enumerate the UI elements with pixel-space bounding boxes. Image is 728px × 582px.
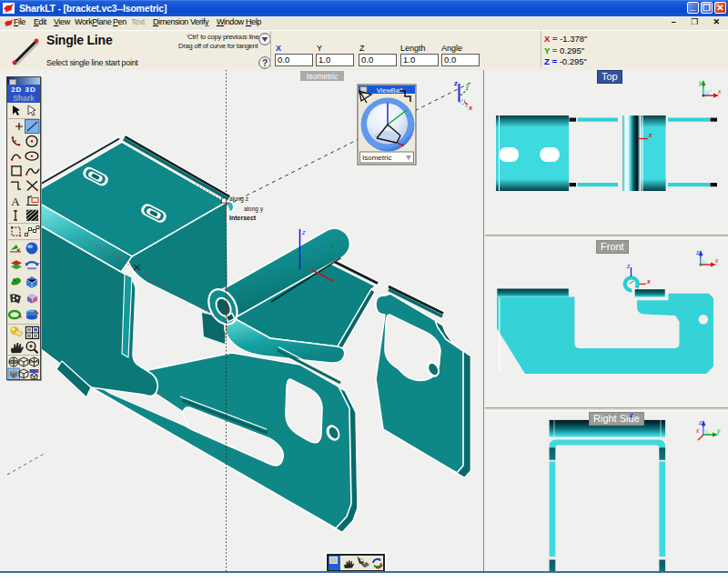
svg-text:z: z (626, 263, 631, 269)
svg-text:z: z (301, 229, 306, 236)
svg-text:Intersect: Intersect (229, 215, 257, 221)
svg-text:along y: along y (244, 206, 264, 213)
svg-text:z: z (453, 79, 458, 87)
svg-text:x: x (648, 132, 652, 138)
svg-text:Isometric: Isometric (307, 72, 339, 81)
svg-text:A: A (11, 195, 20, 208)
svg-text:y: y (716, 427, 721, 435)
svg-text:x: x (714, 257, 719, 264)
svg-text:x: x (468, 104, 473, 112)
svg-text:x: x (717, 88, 722, 95)
svg-text:x: x (646, 278, 651, 285)
svg-text:?: ? (262, 58, 268, 68)
svg-text:x: x (695, 427, 700, 434)
svg-text:Isometric: Isometric (362, 154, 391, 162)
svg-text:ViewBall: ViewBall (377, 86, 403, 95)
svg-text:along z: along z (229, 196, 248, 203)
